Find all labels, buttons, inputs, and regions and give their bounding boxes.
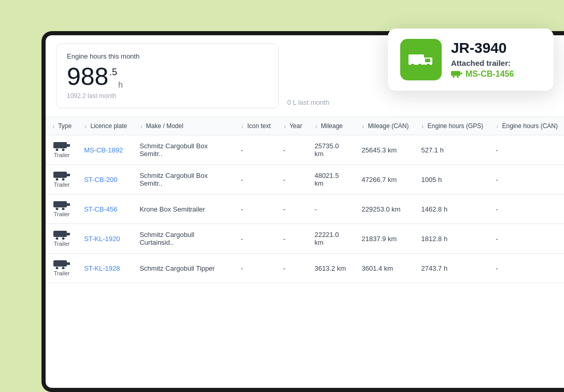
- svg-rect-7: [67, 174, 70, 176]
- cell-type: Trailer: [46, 194, 78, 224]
- col-year[interactable]: ↓ Year: [277, 117, 308, 135]
- cell-mileage: 48021.5 km: [308, 165, 356, 194]
- col-mileage[interactable]: ↓ Mileage: [308, 117, 356, 135]
- licence-plate-link[interactable]: ST-CB-200: [84, 176, 117, 184]
- cell-licence-plate[interactable]: ST-KL-1928: [78, 254, 133, 283]
- vehicle-type-cell: Trailer: [52, 230, 72, 247]
- col-engine-gps[interactable]: ↓ Engine hours (GPS): [415, 117, 490, 135]
- svg-point-10: [62, 208, 65, 211]
- svg-point-1: [56, 149, 59, 151]
- popup-info: JR-3940 Attached trailer: MS-CB-1456: [451, 41, 541, 79]
- licence-plate-link[interactable]: ST-KL-1928: [84, 264, 120, 272]
- cell-mileage: -: [308, 194, 356, 224]
- vehicles-table-container[interactable]: ↓ Type ↓ Licence plate ↓ Make / Model: [46, 117, 564, 283]
- vehicle-type-cell: Trailer: [52, 171, 72, 188]
- popup-trailer-row: MS-CB-1456: [451, 69, 541, 79]
- trailer-row-icon: [53, 142, 70, 151]
- svg-point-6: [62, 178, 65, 181]
- cell-engine-gps: 1812.8 h: [415, 224, 490, 254]
- trailer-row-icon: [53, 171, 70, 180]
- sort-arrow-engine-gps: ↓: [421, 122, 425, 130]
- vehicle-popup-card: JR-3940 Attached trailer: MS-CB-1456: [388, 29, 554, 91]
- vehicle-type-cell: Trailer: [52, 260, 72, 276]
- cell-mileage: 22221.0 km: [308, 224, 356, 254]
- svg-point-28: [453, 76, 455, 78]
- licence-plate-link[interactable]: ST-KL-1920: [84, 235, 120, 243]
- cell-engine-gps: 1005 h: [415, 165, 490, 194]
- cell-icon-text: -: [235, 135, 277, 165]
- cell-make-model: Schmitz Cargobull Box Semitr..: [133, 135, 234, 165]
- stat-unit: h: [118, 81, 123, 89]
- col-mileage-can[interactable]: ↓ Mileage (CAN): [355, 117, 415, 135]
- svg-rect-11: [67, 203, 70, 206]
- cell-icon-text: -: [235, 194, 277, 224]
- cell-year: -: [277, 165, 308, 194]
- header-row: ↓ Type ↓ Licence plate ↓ Make / Model: [46, 117, 564, 135]
- col-icon-text[interactable]: ↓ Icon text: [235, 117, 277, 135]
- svg-rect-0: [53, 142, 67, 148]
- col-type[interactable]: ↓ Type: [46, 117, 78, 135]
- cell-type: Trailer: [46, 254, 78, 283]
- cell-type: Trailer: [46, 165, 78, 194]
- table-row: Trailer ST-CB-200Schmitz Cargobull Box S…: [46, 165, 564, 194]
- svg-point-25: [426, 64, 430, 68]
- svg-point-5: [56, 178, 59, 181]
- sort-arrow-engine-can: ↓: [496, 122, 499, 130]
- svg-rect-26: [423, 61, 425, 63]
- trailer-row-icon: [53, 260, 70, 269]
- trailer-small-icon: [451, 71, 462, 78]
- popup-vehicle-id: JR-3940: [451, 41, 541, 55]
- engine-hours-card: Engine hours this month 988 .5 h 1092.2 …: [56, 44, 279, 108]
- cell-icon-text: -: [235, 165, 277, 194]
- stat-value: 988 .5 h: [67, 64, 268, 89]
- cell-licence-plate[interactable]: ST-CB-456: [78, 194, 133, 224]
- sort-arrow-make: ↓: [139, 122, 143, 130]
- stat-sup: .5: [109, 67, 117, 77]
- cell-mileage-can: 21837.9 km: [355, 224, 415, 254]
- cell-type: Trailer: [46, 224, 78, 254]
- sort-arrow-licence: ↓: [84, 122, 87, 130]
- col-make-model[interactable]: ↓ Make / Model: [133, 117, 234, 135]
- vehicle-type-cell: Trailer: [52, 142, 72, 158]
- popup-attached-label: Attached trailer:: [451, 59, 541, 67]
- svg-point-24: [418, 64, 422, 68]
- stat-main-number: 988: [67, 64, 108, 89]
- trailer-row-icon: [53, 230, 70, 240]
- fuel-last-month: 0 L last month: [287, 44, 329, 108]
- svg-point-14: [62, 237, 65, 240]
- cell-mileage-can: 25645.3 km: [355, 135, 415, 165]
- col-engine-can[interactable]: ↓ Engine hours (CAN): [489, 117, 564, 135]
- svg-rect-4: [53, 172, 67, 178]
- svg-rect-27: [451, 71, 460, 76]
- cell-make-model: Schmitz Cargobull Curtainsid..: [133, 224, 234, 254]
- col-licence-plate[interactable]: ↓ Licence plate: [78, 117, 133, 135]
- table-body: Trailer MS-CB-1892Schmitz Cargobull Box …: [46, 135, 564, 283]
- cell-year: -: [277, 224, 308, 254]
- sort-arrow-mileage: ↓: [315, 122, 318, 130]
- cell-licence-plate[interactable]: MS-CB-1892: [78, 135, 133, 165]
- truck-icon: [407, 49, 434, 70]
- cell-engine-can: -: [489, 194, 564, 224]
- table-row: Trailer ST-CB-456Krone Box Semitrailer--…: [46, 194, 564, 224]
- svg-rect-30: [460, 73, 462, 74]
- table-row: Trailer ST-KL-1928Schmitz Cargobull Tipp…: [46, 254, 564, 283]
- stat-last-month: 1092.2 last month: [67, 92, 268, 100]
- cell-mileage-can: 229253.0 km: [355, 194, 415, 224]
- cell-make-model: Schmitz Cargobull Box Semitr..: [133, 165, 234, 194]
- cell-year: -: [277, 194, 308, 224]
- popup-trailer-id: MS-CB-1456: [466, 69, 514, 79]
- cell-icon-text: -: [235, 254, 277, 283]
- table-header: ↓ Type ↓ Licence plate ↓ Make / Model: [46, 117, 564, 135]
- licence-plate-link[interactable]: ST-CB-456: [84, 205, 117, 213]
- licence-plate-link[interactable]: MS-CB-1892: [84, 146, 123, 154]
- cell-licence-plate[interactable]: ST-KL-1920: [78, 224, 133, 254]
- svg-point-29: [457, 76, 459, 78]
- cell-licence-plate[interactable]: ST-CB-200: [78, 165, 133, 194]
- vehicle-type-cell: Trailer: [52, 201, 72, 217]
- cell-type: Trailer: [46, 135, 78, 165]
- cell-mileage: 3613.2 km: [308, 254, 356, 283]
- trailer-row-icon: [53, 201, 70, 210]
- cell-make-model: Schmitz Cargobull Tipper: [133, 254, 234, 283]
- svg-rect-19: [67, 262, 70, 265]
- cell-mileage-can: 47266.7 km: [355, 165, 415, 194]
